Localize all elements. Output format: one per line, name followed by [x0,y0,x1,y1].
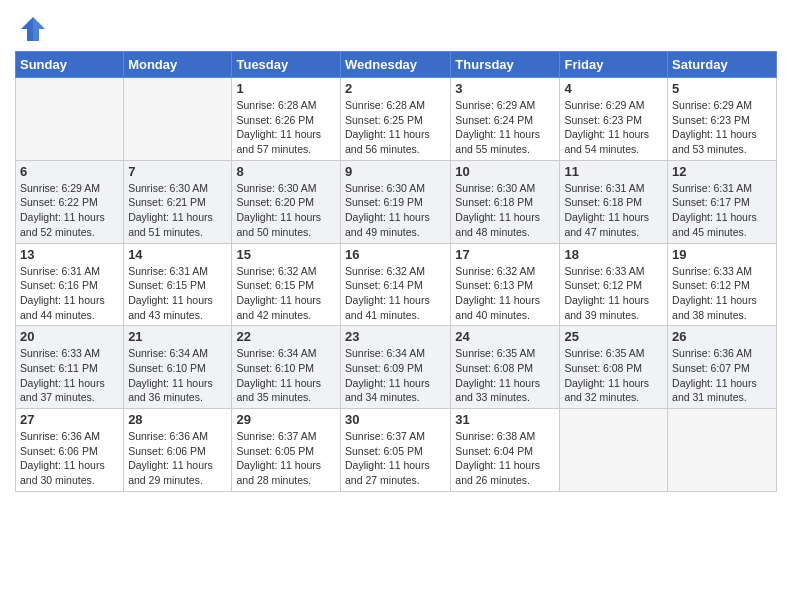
day-number: 12 [672,164,772,179]
calendar-week-row: 20Sunrise: 6:33 AM Sunset: 6:11 PM Dayli… [16,326,777,409]
calendar-header-monday: Monday [124,52,232,78]
day-info: Sunrise: 6:32 AM Sunset: 6:14 PM Dayligh… [345,264,446,323]
day-number: 15 [236,247,336,262]
calendar-cell: 17Sunrise: 6:32 AM Sunset: 6:13 PM Dayli… [451,243,560,326]
calendar-cell: 23Sunrise: 6:34 AM Sunset: 6:09 PM Dayli… [341,326,451,409]
calendar-cell: 18Sunrise: 6:33 AM Sunset: 6:12 PM Dayli… [560,243,668,326]
day-info: Sunrise: 6:33 AM Sunset: 6:11 PM Dayligh… [20,346,119,405]
calendar-cell: 15Sunrise: 6:32 AM Sunset: 6:15 PM Dayli… [232,243,341,326]
calendar: SundayMondayTuesdayWednesdayThursdayFrid… [15,51,777,492]
day-number: 4 [564,81,663,96]
calendar-cell: 28Sunrise: 6:36 AM Sunset: 6:06 PM Dayli… [124,409,232,492]
calendar-header-sunday: Sunday [16,52,124,78]
day-number: 20 [20,329,119,344]
calendar-week-row: 27Sunrise: 6:36 AM Sunset: 6:06 PM Dayli… [16,409,777,492]
day-info: Sunrise: 6:35 AM Sunset: 6:08 PM Dayligh… [455,346,555,405]
calendar-header-row: SundayMondayTuesdayWednesdayThursdayFrid… [16,52,777,78]
day-number: 10 [455,164,555,179]
day-number: 25 [564,329,663,344]
day-info: Sunrise: 6:30 AM Sunset: 6:21 PM Dayligh… [128,181,227,240]
day-info: Sunrise: 6:29 AM Sunset: 6:23 PM Dayligh… [564,98,663,157]
calendar-cell: 27Sunrise: 6:36 AM Sunset: 6:06 PM Dayli… [16,409,124,492]
calendar-cell: 5Sunrise: 6:29 AM Sunset: 6:23 PM Daylig… [668,78,777,161]
calendar-cell: 2Sunrise: 6:28 AM Sunset: 6:25 PM Daylig… [341,78,451,161]
calendar-cell: 29Sunrise: 6:37 AM Sunset: 6:05 PM Dayli… [232,409,341,492]
calendar-week-row: 1Sunrise: 6:28 AM Sunset: 6:26 PM Daylig… [16,78,777,161]
day-info: Sunrise: 6:28 AM Sunset: 6:25 PM Dayligh… [345,98,446,157]
day-number: 16 [345,247,446,262]
day-info: Sunrise: 6:36 AM Sunset: 6:06 PM Dayligh… [128,429,227,488]
day-number: 23 [345,329,446,344]
day-number: 9 [345,164,446,179]
calendar-cell: 3Sunrise: 6:29 AM Sunset: 6:24 PM Daylig… [451,78,560,161]
calendar-cell: 25Sunrise: 6:35 AM Sunset: 6:08 PM Dayli… [560,326,668,409]
day-info: Sunrise: 6:30 AM Sunset: 6:19 PM Dayligh… [345,181,446,240]
day-number: 11 [564,164,663,179]
day-info: Sunrise: 6:30 AM Sunset: 6:18 PM Dayligh… [455,181,555,240]
day-info: Sunrise: 6:31 AM Sunset: 6:15 PM Dayligh… [128,264,227,323]
day-info: Sunrise: 6:35 AM Sunset: 6:08 PM Dayligh… [564,346,663,405]
day-info: Sunrise: 6:38 AM Sunset: 6:04 PM Dayligh… [455,429,555,488]
calendar-cell: 10Sunrise: 6:30 AM Sunset: 6:18 PM Dayli… [451,160,560,243]
day-info: Sunrise: 6:30 AM Sunset: 6:20 PM Dayligh… [236,181,336,240]
day-number: 5 [672,81,772,96]
calendar-cell: 19Sunrise: 6:33 AM Sunset: 6:12 PM Dayli… [668,243,777,326]
day-number: 6 [20,164,119,179]
calendar-cell: 8Sunrise: 6:30 AM Sunset: 6:20 PM Daylig… [232,160,341,243]
day-info: Sunrise: 6:37 AM Sunset: 6:05 PM Dayligh… [345,429,446,488]
day-info: Sunrise: 6:29 AM Sunset: 6:22 PM Dayligh… [20,181,119,240]
calendar-cell: 4Sunrise: 6:29 AM Sunset: 6:23 PM Daylig… [560,78,668,161]
day-info: Sunrise: 6:34 AM Sunset: 6:10 PM Dayligh… [236,346,336,405]
calendar-header-saturday: Saturday [668,52,777,78]
logo-icon [19,15,47,43]
calendar-cell: 21Sunrise: 6:34 AM Sunset: 6:10 PM Dayli… [124,326,232,409]
day-number: 22 [236,329,336,344]
day-info: Sunrise: 6:34 AM Sunset: 6:09 PM Dayligh… [345,346,446,405]
calendar-week-row: 6Sunrise: 6:29 AM Sunset: 6:22 PM Daylig… [16,160,777,243]
calendar-cell [124,78,232,161]
day-info: Sunrise: 6:37 AM Sunset: 6:05 PM Dayligh… [236,429,336,488]
calendar-cell: 1Sunrise: 6:28 AM Sunset: 6:26 PM Daylig… [232,78,341,161]
calendar-header-friday: Friday [560,52,668,78]
day-info: Sunrise: 6:31 AM Sunset: 6:18 PM Dayligh… [564,181,663,240]
calendar-cell: 31Sunrise: 6:38 AM Sunset: 6:04 PM Dayli… [451,409,560,492]
day-info: Sunrise: 6:33 AM Sunset: 6:12 PM Dayligh… [564,264,663,323]
day-info: Sunrise: 6:34 AM Sunset: 6:10 PM Dayligh… [128,346,227,405]
calendar-header-tuesday: Tuesday [232,52,341,78]
day-number: 24 [455,329,555,344]
calendar-cell [560,409,668,492]
page: SundayMondayTuesdayWednesdayThursdayFrid… [0,0,792,612]
svg-marker-1 [33,17,45,41]
day-number: 18 [564,247,663,262]
day-number: 3 [455,81,555,96]
calendar-cell: 26Sunrise: 6:36 AM Sunset: 6:07 PM Dayli… [668,326,777,409]
day-number: 13 [20,247,119,262]
calendar-cell: 14Sunrise: 6:31 AM Sunset: 6:15 PM Dayli… [124,243,232,326]
day-number: 17 [455,247,555,262]
day-info: Sunrise: 6:29 AM Sunset: 6:24 PM Dayligh… [455,98,555,157]
day-info: Sunrise: 6:32 AM Sunset: 6:15 PM Dayligh… [236,264,336,323]
day-info: Sunrise: 6:36 AM Sunset: 6:07 PM Dayligh… [672,346,772,405]
day-number: 21 [128,329,227,344]
calendar-cell: 9Sunrise: 6:30 AM Sunset: 6:19 PM Daylig… [341,160,451,243]
day-number: 29 [236,412,336,427]
day-number: 26 [672,329,772,344]
calendar-cell: 16Sunrise: 6:32 AM Sunset: 6:14 PM Dayli… [341,243,451,326]
calendar-header-thursday: Thursday [451,52,560,78]
calendar-cell: 7Sunrise: 6:30 AM Sunset: 6:21 PM Daylig… [124,160,232,243]
calendar-cell: 20Sunrise: 6:33 AM Sunset: 6:11 PM Dayli… [16,326,124,409]
day-number: 19 [672,247,772,262]
day-info: Sunrise: 6:31 AM Sunset: 6:16 PM Dayligh… [20,264,119,323]
calendar-cell [16,78,124,161]
day-number: 27 [20,412,119,427]
day-number: 7 [128,164,227,179]
calendar-cell [668,409,777,492]
day-info: Sunrise: 6:31 AM Sunset: 6:17 PM Dayligh… [672,181,772,240]
day-number: 8 [236,164,336,179]
calendar-cell: 22Sunrise: 6:34 AM Sunset: 6:10 PM Dayli… [232,326,341,409]
calendar-week-row: 13Sunrise: 6:31 AM Sunset: 6:16 PM Dayli… [16,243,777,326]
day-number: 30 [345,412,446,427]
calendar-cell: 12Sunrise: 6:31 AM Sunset: 6:17 PM Dayli… [668,160,777,243]
day-info: Sunrise: 6:29 AM Sunset: 6:23 PM Dayligh… [672,98,772,157]
day-number: 1 [236,81,336,96]
